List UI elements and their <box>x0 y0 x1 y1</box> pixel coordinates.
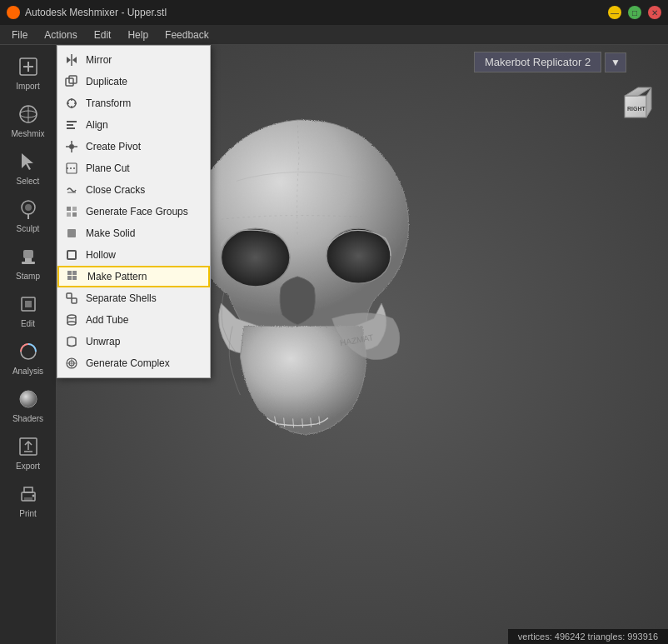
sidebar: Import Meshmix Select <box>0 45 57 644</box>
menu-label-make-solid: Make Solid <box>86 227 135 239</box>
pivot-icon <box>64 139 79 154</box>
svg-marker-6 <box>22 153 33 170</box>
sidebar-tool-meshmix[interactable]: Meshmix <box>3 96 53 143</box>
orientation-cube[interactable]: RIGHT <box>616 82 660 126</box>
menu-file[interactable]: File <box>3 27 36 42</box>
add-tube-icon <box>64 312 79 327</box>
sidebar-label-analysis: Analysis <box>12 367 43 376</box>
menu-label-plane-cut: Plane Cut <box>86 162 130 174</box>
meshmix-icon <box>15 101 42 127</box>
menu-item-create-pivot[interactable]: Create Pivot <box>57 136 210 157</box>
maximize-button[interactable]: □ <box>628 6 641 19</box>
svg-text:RIGHT: RIGHT <box>627 106 646 112</box>
sidebar-tool-stamp[interactable]: Stamp <box>3 238 53 286</box>
svg-marker-78 <box>646 87 651 117</box>
menu-item-make-pattern[interactable]: Make Pattern <box>57 266 210 287</box>
menu-item-generate-face-groups[interactable]: Generate Face Groups <box>57 201 210 222</box>
menu-label-add-tube: Add Tube <box>86 314 128 326</box>
sidebar-tool-import[interactable]: Import <box>3 48 53 96</box>
svg-rect-52 <box>67 251 76 259</box>
status-bar: vertices: 496242 triangles: 993916 <box>508 629 668 644</box>
svg-rect-48 <box>72 207 77 211</box>
menu-label-make-pattern: Make Pattern <box>87 271 147 282</box>
svg-point-59 <box>67 315 76 318</box>
sidebar-label-import: Import <box>16 82 39 91</box>
sidebar-label-sculpt: Sculpt <box>17 224 40 233</box>
menu-help[interactable]: Help <box>119 27 157 42</box>
close-button[interactable]: ✕ <box>648 6 661 19</box>
sidebar-tool-select[interactable]: Select <box>3 143 53 191</box>
menu-edit[interactable]: Edit <box>86 27 120 42</box>
mirror-icon <box>64 52 79 67</box>
svg-rect-11 <box>25 258 32 262</box>
menu-item-hollow[interactable]: Hollow <box>57 244 210 266</box>
menu-actions[interactable]: Actions <box>36 27 85 42</box>
menu-label-generate-complex: Generate Complex <box>86 357 170 369</box>
title-left: Autodesk Meshmixer - Upper.stl <box>7 6 167 19</box>
transform-icon <box>64 96 79 111</box>
svg-rect-38 <box>67 127 75 129</box>
export-icon <box>15 433 42 460</box>
edit-icon <box>15 291 42 317</box>
menu-label-create-pivot: Create Pivot <box>86 141 141 152</box>
main-area: Import Meshmix Select <box>0 45 668 644</box>
analysis-icon <box>15 338 42 365</box>
hollow-icon <box>64 247 79 262</box>
window-controls[interactable]: — □ ✕ <box>608 6 661 19</box>
select-icon <box>15 148 42 175</box>
menu-label-hollow: Hollow <box>86 249 116 261</box>
sidebar-label-print: Print <box>19 509 37 518</box>
printer-dropdown-button[interactable]: ▼ <box>605 52 626 72</box>
svg-point-9 <box>25 204 32 211</box>
menu-item-transform[interactable]: Transform <box>57 92 210 114</box>
sidebar-tool-edit[interactable]: Edit <box>3 286 53 333</box>
svg-rect-50 <box>72 212 77 217</box>
svg-rect-10 <box>23 250 33 258</box>
svg-rect-54 <box>72 271 77 275</box>
duplicate-icon <box>64 74 79 89</box>
menu-label-mirror: Mirror <box>86 54 112 66</box>
make-pattern-icon <box>66 269 81 284</box>
print-icon <box>15 481 42 507</box>
menu-item-unwrap[interactable]: Unwrap <box>57 331 210 352</box>
menu-item-separate-shells[interactable]: Separate Shells <box>57 287 210 309</box>
app-icon <box>7 6 20 19</box>
menu-label-generate-face-groups: Generate Face Groups <box>86 206 188 217</box>
stamp-icon <box>15 243 42 270</box>
menu-label-align: Align <box>86 119 108 131</box>
menu-item-mirror[interactable]: Mirror <box>57 49 210 71</box>
svg-point-68 <box>327 228 391 283</box>
svg-rect-49 <box>67 212 71 217</box>
menu-item-close-cracks[interactable]: Close Cracks <box>57 179 210 201</box>
face-groups-icon <box>64 204 79 219</box>
menu-feedback[interactable]: Feedback <box>157 27 217 42</box>
printer-name-label: Makerbot Replicator 2 <box>474 52 601 72</box>
menu-label-close-cracks: Close Cracks <box>86 184 145 196</box>
svg-rect-58 <box>72 298 77 303</box>
sidebar-tool-sculpt[interactable]: Sculpt <box>3 191 53 238</box>
menu-label-transform: Transform <box>86 97 131 109</box>
menu-item-add-tube[interactable]: Add Tube <box>57 309 210 331</box>
svg-rect-51 <box>67 229 76 237</box>
sidebar-tool-print[interactable]: Print <box>3 476 53 523</box>
sidebar-label-select: Select <box>17 177 40 186</box>
svg-rect-14 <box>25 301 32 307</box>
menu-item-generate-complex[interactable]: Generate Complex <box>57 352 210 374</box>
status-text: vertices: 496242 triangles: 993916 <box>518 632 658 642</box>
menu-item-align[interactable]: Align <box>57 114 210 136</box>
menu-bar: File Actions Edit Help Feedback <box>0 25 668 45</box>
printer-selector: Makerbot Replicator 2 ▼ <box>474 52 626 72</box>
svg-rect-47 <box>67 207 71 211</box>
svg-rect-37 <box>67 124 73 126</box>
menu-item-make-solid[interactable]: Make Solid <box>57 222 210 244</box>
align-icon <box>64 117 79 132</box>
menu-item-plane-cut[interactable]: Plane Cut <box>57 157 210 179</box>
svg-point-67 <box>222 228 291 287</box>
menu-item-duplicate[interactable]: Duplicate <box>57 71 210 92</box>
sidebar-tool-export[interactable]: Export <box>3 428 53 476</box>
sidebar-tool-analysis[interactable]: Analysis <box>3 333 53 381</box>
svg-point-62 <box>67 322 76 325</box>
sidebar-label-shaders: Shaders <box>12 414 43 423</box>
sidebar-tool-shaders[interactable]: Shaders <box>3 381 53 428</box>
minimize-button[interactable]: — <box>608 6 621 19</box>
